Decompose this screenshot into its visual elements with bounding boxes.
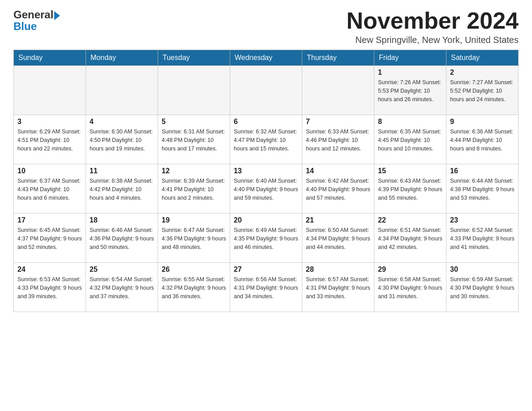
calendar-week-row: 24Sunrise: 6:53 AM Sunset: 4:33 PM Dayli…: [14, 263, 519, 312]
day-number: 14: [306, 167, 370, 175]
day-number: 7: [306, 118, 370, 126]
calendar-week-row: 10Sunrise: 6:37 AM Sunset: 4:43 PM Dayli…: [14, 164, 519, 214]
col-wednesday: Wednesday: [230, 50, 302, 66]
day-number: 21: [306, 216, 370, 224]
day-info: Sunrise: 6:50 AM Sunset: 4:34 PM Dayligh…: [306, 226, 370, 251]
day-number: 17: [17, 216, 82, 224]
table-row: 14Sunrise: 6:42 AM Sunset: 4:40 PM Dayli…: [302, 164, 374, 214]
day-number: 8: [378, 118, 442, 126]
table-row: 23Sunrise: 6:52 AM Sunset: 4:33 PM Dayli…: [446, 214, 519, 263]
table-row: 4Sunrise: 6:30 AM Sunset: 4:50 PM Daylig…: [86, 115, 158, 164]
day-info: Sunrise: 6:30 AM Sunset: 4:50 PM Dayligh…: [90, 128, 154, 153]
day-info: Sunrise: 6:58 AM Sunset: 4:30 PM Dayligh…: [378, 275, 442, 300]
col-monday: Monday: [86, 50, 158, 66]
day-info: Sunrise: 6:47 AM Sunset: 4:36 PM Dayligh…: [162, 226, 226, 251]
day-number: 28: [306, 265, 370, 274]
day-number: 10: [17, 167, 82, 175]
table-row: 19Sunrise: 6:47 AM Sunset: 4:36 PM Dayli…: [158, 214, 230, 263]
table-row: 20Sunrise: 6:49 AM Sunset: 4:35 PM Dayli…: [230, 214, 302, 263]
day-number: 11: [90, 167, 154, 175]
day-number: 9: [450, 118, 515, 126]
table-row: [230, 66, 302, 115]
location: New Springville, New York, United States: [347, 35, 519, 45]
page-header: General Blue November 2024 New Springvil…: [13, 9, 519, 45]
day-info: Sunrise: 7:27 AM Sunset: 5:52 PM Dayligh…: [450, 78, 515, 103]
col-thursday: Thursday: [302, 50, 374, 66]
day-info: Sunrise: 6:57 AM Sunset: 4:31 PM Dayligh…: [306, 275, 370, 300]
table-row: 30Sunrise: 6:59 AM Sunset: 4:30 PM Dayli…: [446, 263, 519, 312]
day-number: 18: [90, 216, 154, 224]
table-row: 2Sunrise: 7:27 AM Sunset: 5:52 PM Daylig…: [446, 66, 519, 115]
table-row: 18Sunrise: 6:46 AM Sunset: 4:36 PM Dayli…: [86, 214, 158, 263]
table-row: 22Sunrise: 6:51 AM Sunset: 4:34 PM Dayli…: [374, 214, 446, 263]
day-number: 30: [450, 265, 515, 274]
logo-text: General Blue: [13, 9, 60, 33]
table-row: 12Sunrise: 6:39 AM Sunset: 4:41 PM Dayli…: [158, 164, 230, 214]
day-info: Sunrise: 6:32 AM Sunset: 4:47 PM Dayligh…: [234, 128, 298, 153]
table-row: [14, 66, 86, 115]
calendar-week-row: 1Sunrise: 7:26 AM Sunset: 5:53 PM Daylig…: [14, 66, 519, 115]
day-info: Sunrise: 6:42 AM Sunset: 4:40 PM Dayligh…: [306, 177, 370, 202]
day-number: 23: [450, 216, 515, 224]
table-row: 24Sunrise: 6:53 AM Sunset: 4:33 PM Dayli…: [14, 263, 86, 312]
table-row: 5Sunrise: 6:31 AM Sunset: 4:48 PM Daylig…: [158, 115, 230, 164]
day-info: Sunrise: 7:26 AM Sunset: 5:53 PM Dayligh…: [378, 78, 442, 103]
day-info: Sunrise: 6:29 AM Sunset: 4:51 PM Dayligh…: [17, 128, 82, 153]
logo-general: General: [13, 9, 60, 21]
day-number: 3: [17, 118, 82, 126]
table-row: 8Sunrise: 6:35 AM Sunset: 4:45 PM Daylig…: [374, 115, 446, 164]
day-info: Sunrise: 6:44 AM Sunset: 4:38 PM Dayligh…: [450, 177, 515, 202]
day-number: 1: [378, 68, 442, 77]
day-number: 4: [90, 118, 154, 126]
day-number: 5: [162, 118, 226, 126]
day-info: Sunrise: 6:33 AM Sunset: 4:46 PM Dayligh…: [306, 128, 370, 153]
day-info: Sunrise: 6:51 AM Sunset: 4:34 PM Dayligh…: [378, 226, 442, 251]
day-info: Sunrise: 6:56 AM Sunset: 4:31 PM Dayligh…: [234, 275, 298, 300]
day-number: 29: [378, 265, 442, 274]
table-row: 29Sunrise: 6:58 AM Sunset: 4:30 PM Dayli…: [374, 263, 446, 312]
day-number: 27: [234, 265, 298, 274]
table-row: [86, 66, 158, 115]
table-row: [302, 66, 374, 115]
day-info: Sunrise: 6:37 AM Sunset: 4:43 PM Dayligh…: [17, 177, 82, 202]
day-info: Sunrise: 6:52 AM Sunset: 4:33 PM Dayligh…: [450, 226, 515, 251]
table-row: 13Sunrise: 6:40 AM Sunset: 4:40 PM Dayli…: [230, 164, 302, 214]
day-number: 25: [90, 265, 154, 274]
day-info: Sunrise: 6:54 AM Sunset: 4:32 PM Dayligh…: [90, 275, 154, 300]
day-number: 13: [234, 167, 298, 175]
day-info: Sunrise: 6:46 AM Sunset: 4:36 PM Dayligh…: [90, 226, 154, 251]
table-row: 15Sunrise: 6:43 AM Sunset: 4:39 PM Dayli…: [374, 164, 446, 214]
month-title: November 2024: [347, 9, 519, 32]
title-section: November 2024 New Springville, New York,…: [347, 9, 519, 45]
day-info: Sunrise: 6:43 AM Sunset: 4:39 PM Dayligh…: [378, 177, 442, 202]
table-row: [158, 66, 230, 115]
table-row: 16Sunrise: 6:44 AM Sunset: 4:38 PM Dayli…: [446, 164, 519, 214]
day-info: Sunrise: 6:39 AM Sunset: 4:41 PM Dayligh…: [162, 177, 226, 202]
day-info: Sunrise: 6:59 AM Sunset: 4:30 PM Dayligh…: [450, 275, 515, 300]
day-info: Sunrise: 6:36 AM Sunset: 4:44 PM Dayligh…: [450, 128, 515, 153]
table-row: 7Sunrise: 6:33 AM Sunset: 4:46 PM Daylig…: [302, 115, 374, 164]
col-saturday: Saturday: [446, 50, 519, 66]
table-row: 1Sunrise: 7:26 AM Sunset: 5:53 PM Daylig…: [374, 66, 446, 115]
calendar-header-row: Sunday Monday Tuesday Wednesday Thursday…: [14, 50, 519, 66]
table-row: 27Sunrise: 6:56 AM Sunset: 4:31 PM Dayli…: [230, 263, 302, 312]
table-row: 21Sunrise: 6:50 AM Sunset: 4:34 PM Dayli…: [302, 214, 374, 263]
day-info: Sunrise: 6:31 AM Sunset: 4:48 PM Dayligh…: [162, 128, 226, 153]
day-info: Sunrise: 6:55 AM Sunset: 4:32 PM Dayligh…: [162, 275, 226, 300]
day-number: 19: [162, 216, 226, 224]
table-row: 28Sunrise: 6:57 AM Sunset: 4:31 PM Dayli…: [302, 263, 374, 312]
day-info: Sunrise: 6:49 AM Sunset: 4:35 PM Dayligh…: [234, 226, 298, 251]
day-number: 22: [378, 216, 442, 224]
calendar-table: Sunday Monday Tuesday Wednesday Thursday…: [13, 50, 519, 312]
day-number: 16: [450, 167, 515, 175]
logo-blue: Blue: [13, 21, 60, 32]
table-row: 3Sunrise: 6:29 AM Sunset: 4:51 PM Daylig…: [14, 115, 86, 164]
day-info: Sunrise: 6:53 AM Sunset: 4:33 PM Dayligh…: [17, 275, 82, 300]
col-friday: Friday: [374, 50, 446, 66]
table-row: 10Sunrise: 6:37 AM Sunset: 4:43 PM Dayli…: [14, 164, 86, 214]
day-number: 20: [234, 216, 298, 224]
col-tuesday: Tuesday: [158, 50, 230, 66]
day-number: 6: [234, 118, 298, 126]
calendar-week-row: 17Sunrise: 6:45 AM Sunset: 4:37 PM Dayli…: [14, 214, 519, 263]
day-number: 26: [162, 265, 226, 274]
